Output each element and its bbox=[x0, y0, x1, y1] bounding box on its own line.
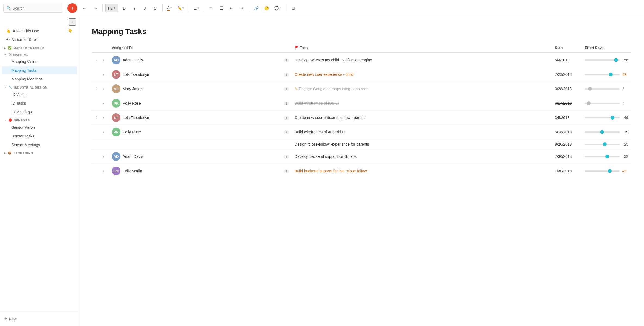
search-bar[interactable]: 🔍 bbox=[3, 4, 63, 13]
row-expand-button[interactable]: ▼ bbox=[101, 116, 106, 120]
slider-thumb[interactable] bbox=[614, 58, 618, 62]
avatar: LT bbox=[112, 113, 120, 122]
sidebar-section-sensors[interactable]: ▼ 🔴 SENSORS bbox=[0, 116, 79, 123]
divider-3 bbox=[189, 4, 189, 12]
outdent-button[interactable]: ⇤ bbox=[227, 4, 236, 12]
view-button[interactable]: ⊞ bbox=[289, 4, 298, 12]
sidebar-item-sensor-meetings[interactable]: Sensor Meetings bbox=[2, 141, 77, 149]
assignee-name: Polly Rose bbox=[123, 130, 141, 134]
assignee-name: Mary Jones bbox=[123, 87, 142, 91]
sidebar-item-id-vision[interactable]: ID Vision bbox=[2, 90, 77, 99]
search-input[interactable] bbox=[13, 6, 60, 10]
indent-button[interactable]: ⇥ bbox=[238, 4, 246, 12]
sidebar-section-master-tracker[interactable]: ▶ ✅ MASTER TRACKER bbox=[0, 44, 79, 51]
highlight-button[interactable]: ✏️ ▼ bbox=[176, 4, 186, 12]
bullet-icon: ≡ bbox=[210, 6, 212, 11]
sidebar-section-mapping[interactable]: ▼ 🗺 MAPPING bbox=[0, 51, 79, 57]
row-num bbox=[92, 139, 98, 149]
slider-thumb[interactable] bbox=[611, 116, 614, 120]
slider-track[interactable] bbox=[585, 59, 620, 61]
slider-track[interactable] bbox=[585, 88, 620, 90]
row-expand-button[interactable]: ▼ bbox=[101, 73, 106, 76]
sidebar-item-vision[interactable]: 👁 Vision for Strollr bbox=[2, 36, 77, 44]
emoji-button[interactable]: 🙂 bbox=[262, 4, 271, 12]
row-chevron-cell: ▼ bbox=[98, 125, 109, 139]
italic-button[interactable]: I bbox=[130, 4, 139, 12]
avatar: AD bbox=[112, 56, 120, 64]
row-chevron-cell: ▼ bbox=[98, 67, 109, 82]
bold-button[interactable]: B bbox=[120, 4, 129, 12]
sidebar-item-id-tasks[interactable]: ID Tasks bbox=[2, 99, 77, 107]
divider-4 bbox=[204, 4, 204, 12]
numbered-list-button[interactable]: ☰ bbox=[217, 4, 226, 12]
slider-track[interactable] bbox=[585, 74, 620, 75]
sidebar-item-about[interactable]: 👆 About This Doc 👇 bbox=[2, 27, 77, 35]
row-expand-button[interactable]: ▼ bbox=[101, 87, 106, 91]
undo-button[interactable]: ↩ bbox=[81, 4, 89, 12]
task-cell: Create new user onboarding flow - parent bbox=[292, 111, 552, 125]
row-expand-button[interactable]: ▼ bbox=[101, 131, 106, 134]
task-cell: ✎ Engage Google on maps integration reqs bbox=[292, 82, 552, 96]
row-num bbox=[92, 96, 98, 111]
indent-icon: ⇥ bbox=[240, 6, 244, 10]
row-expand-button[interactable]: ▼ bbox=[101, 102, 106, 105]
slider-thumb[interactable] bbox=[600, 130, 604, 134]
sidebar-item-mapping-meetings[interactable]: Mapping Meetings bbox=[2, 75, 77, 83]
slider-track[interactable] bbox=[585, 131, 620, 133]
sidebar-section-industrial-design[interactable]: ▼ 🔧 INDUSTRIAL DESIGN bbox=[0, 83, 79, 90]
slider-thumb[interactable] bbox=[609, 73, 613, 76]
slider-thumb[interactable] bbox=[587, 101, 591, 105]
add-button[interactable]: + bbox=[67, 3, 77, 13]
slider-thumb[interactable] bbox=[603, 142, 607, 146]
slider-track[interactable] bbox=[585, 117, 620, 118]
assigned-cell: LTLola Tseudonym bbox=[109, 67, 280, 82]
sidebar-item-mapping-vision[interactable]: Mapping Vision bbox=[2, 58, 77, 66]
row-chevron-cell: ▼ bbox=[98, 111, 109, 125]
link-button[interactable]: 🔗 bbox=[252, 4, 261, 12]
id-vision-label: ID Vision bbox=[11, 92, 27, 97]
redo-button[interactable]: ↪ bbox=[91, 4, 100, 12]
table-row: ▼FMFelix Marlin1Build backend support fo… bbox=[92, 164, 631, 178]
slider-thumb[interactable] bbox=[605, 155, 609, 158]
task-text: Design "close-follow" experience for par… bbox=[295, 142, 369, 146]
sidebar-item-id-meetings[interactable]: ID Meetings bbox=[2, 108, 77, 116]
sidebar-item-sensor-tasks[interactable]: Sensor Tasks bbox=[2, 132, 77, 140]
sidebar-item-sensor-vision[interactable]: Sensor Vision bbox=[2, 123, 77, 131]
sidebar-section-packaging[interactable]: ▶ 📦 PACKAGING bbox=[0, 149, 79, 156]
sub-count-badge: 1 bbox=[284, 102, 289, 105]
avatar: MJ bbox=[112, 84, 120, 93]
heading1-button[interactable]: H₁ ▼ bbox=[105, 4, 118, 12]
row-num bbox=[92, 164, 98, 178]
align-arrow: ▼ bbox=[197, 7, 199, 10]
new-button[interactable]: + New bbox=[4, 314, 74, 323]
row-num: 6 bbox=[92, 111, 98, 125]
assignee-name: Felix Marlin bbox=[123, 169, 142, 173]
sensor-vision-label: Sensor Vision bbox=[11, 125, 35, 130]
outdent-icon: ⇤ bbox=[230, 6, 233, 10]
slider-track[interactable] bbox=[585, 156, 620, 157]
font-color-label: A bbox=[167, 5, 170, 11]
packaging-chevron: ▶ bbox=[4, 152, 6, 155]
section-label: MAPPING bbox=[13, 53, 28, 56]
slider-track[interactable] bbox=[585, 170, 620, 172]
font-color-button[interactable]: A ▼ bbox=[165, 4, 174, 12]
slider-track[interactable] bbox=[585, 144, 620, 145]
row-num bbox=[92, 67, 98, 82]
row-expand-button[interactable]: ▼ bbox=[101, 170, 106, 173]
underline-button[interactable]: U bbox=[141, 4, 149, 12]
row-expand-button[interactable]: ▼ bbox=[101, 155, 106, 158]
effort-cell: 19 bbox=[582, 125, 631, 139]
sidebar-item-mapping-tasks[interactable]: Mapping Tasks bbox=[2, 66, 77, 74]
row-chevron-cell: ▼ bbox=[98, 96, 109, 111]
slider-thumb[interactable] bbox=[588, 87, 592, 91]
strikethrough-button[interactable]: S bbox=[151, 4, 160, 12]
bullet-list-button[interactable]: ≡ bbox=[207, 4, 215, 12]
comment-button[interactable]: 💬 ▼ bbox=[273, 4, 283, 12]
align-button[interactable]: ☰ ▼ bbox=[192, 4, 201, 12]
row-chevron-cell: ▼ bbox=[98, 82, 109, 96]
row-expand-button[interactable]: ▼ bbox=[101, 59, 106, 62]
col-assigned: Assigned To bbox=[109, 43, 280, 53]
slider-track[interactable] bbox=[585, 103, 620, 104]
slider-thumb[interactable] bbox=[608, 169, 612, 173]
sidebar-collapse-button[interactable]: « bbox=[69, 18, 76, 26]
